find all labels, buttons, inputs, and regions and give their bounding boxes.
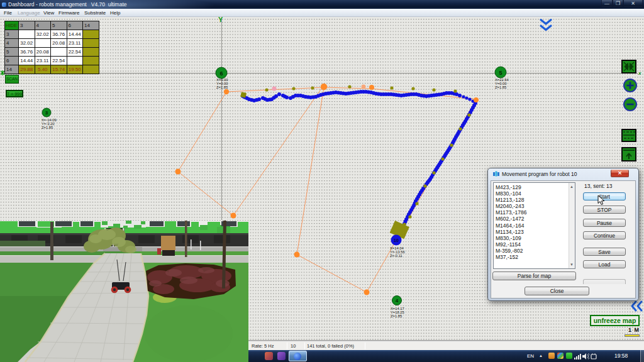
svg-text:4: 4: [396, 298, 399, 304]
svg-text:6: 6: [219, 70, 223, 77]
svg-text:x: x: [638, 70, 641, 76]
svg-text:3: 3: [45, 110, 48, 116]
svg-text:5: 5: [499, 70, 502, 76]
svg-text:Y: Y: [218, 16, 223, 23]
svg-text:10: 10: [394, 238, 399, 243]
